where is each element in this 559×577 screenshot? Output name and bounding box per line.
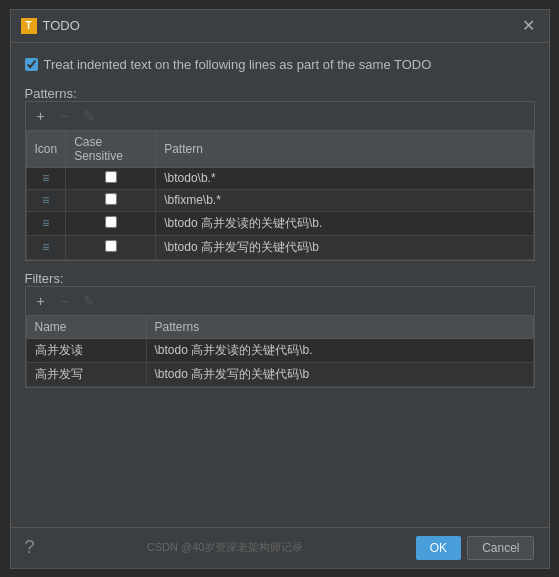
filters-box: + − ✎ Name Patterns 高并发读 \btodo 高并发读的关键代…: [25, 286, 535, 388]
doc-icon: ≡: [39, 216, 53, 230]
filters-col-patterns: Patterns: [146, 315, 533, 338]
patterns-table-row: ≡ \btodo\b.*: [26, 167, 533, 189]
pattern-value-cell: \btodo 高并发写的关键代码\b: [156, 235, 533, 259]
filters-table: Name Patterns 高并发读 \btodo 高并发读的关键代码\b. 高…: [26, 315, 534, 387]
pattern-icon-cell: ≡: [26, 235, 66, 259]
pattern-value-cell: \btodo 高并发读的关键代码\b.: [156, 211, 533, 235]
help-button[interactable]: ?: [25, 537, 35, 558]
pattern-icon-cell: ≡: [26, 167, 66, 189]
patterns-table-row: ≡ \btodo 高并发写的关键代码\b: [26, 235, 533, 259]
filters-add-button[interactable]: +: [30, 290, 52, 312]
filter-pattern-cell: \btodo 高并发读的关键代码\b.: [146, 338, 533, 362]
patterns-label: Patterns:: [25, 86, 535, 101]
doc-icon: ≡: [39, 193, 53, 207]
treat-indented-checkbox-row: Treat indented text on the following lin…: [25, 53, 535, 76]
patterns-col-pattern: Pattern: [156, 130, 533, 167]
patterns-remove-button[interactable]: −: [54, 105, 76, 127]
doc-icon: ≡: [39, 171, 53, 185]
treat-indented-checkbox[interactable]: [25, 58, 38, 71]
todo-dialog: T TODO ✕ Treat indented text on the foll…: [10, 9, 550, 569]
pattern-icon-cell: ≡: [26, 211, 66, 235]
filters-col-name: Name: [26, 315, 146, 338]
filter-name-cell: 高并发读: [26, 338, 146, 362]
patterns-table-row: ≡ \btodo 高并发读的关键代码\b.: [26, 211, 533, 235]
title-bar-left: T TODO: [21, 18, 80, 34]
patterns-table-row: ≡ \bfixme\b.*: [26, 189, 533, 211]
close-button[interactable]: ✕: [518, 16, 539, 36]
pattern-cs-checkbox[interactable]: [105, 171, 117, 183]
cancel-button[interactable]: Cancel: [467, 536, 534, 560]
filters-remove-button[interactable]: −: [54, 290, 76, 312]
title-bar: T TODO ✕: [11, 10, 549, 43]
pattern-cs-cell: [66, 167, 156, 189]
patterns-toolbar: + − ✎: [26, 102, 534, 130]
filter-pattern-cell: \btodo 高并发写的关键代码\b: [146, 362, 533, 386]
pattern-icon-cell: ≡: [26, 189, 66, 211]
patterns-col-icon: Icon: [26, 130, 66, 167]
footer-buttons: OK Cancel: [416, 536, 535, 560]
filters-table-row: 高并发写 \btodo 高并发写的关键代码\b: [26, 362, 533, 386]
filters-toolbar: + − ✎: [26, 287, 534, 315]
dialog-footer: ? CSDN @40岁资深老架构师记录 OK Cancel: [11, 527, 549, 568]
dialog-content: Treat indented text on the following lin…: [11, 43, 549, 527]
filters-label: Filters:: [25, 271, 535, 286]
patterns-add-button[interactable]: +: [30, 105, 52, 127]
pattern-cs-checkbox[interactable]: [105, 216, 117, 228]
filters-section: Filters: + − ✎ Name Patterns 高并发: [25, 269, 535, 388]
pattern-cs-cell: [66, 211, 156, 235]
watermark-text: CSDN @40岁资深老架构师记录: [147, 540, 304, 555]
treat-indented-label: Treat indented text on the following lin…: [44, 57, 432, 72]
ok-button[interactable]: OK: [416, 536, 461, 560]
pattern-cs-checkbox[interactable]: [105, 193, 117, 205]
filters-edit-button[interactable]: ✎: [78, 290, 100, 312]
app-icon: T: [21, 18, 37, 34]
pattern-cs-cell: [66, 189, 156, 211]
patterns-section: Patterns: + − ✎ Icon Case Sensitive Patt…: [25, 84, 535, 261]
filter-name-cell: 高并发写: [26, 362, 146, 386]
doc-icon: ≡: [39, 240, 53, 254]
pattern-cs-checkbox[interactable]: [105, 240, 117, 252]
pattern-value-cell: \btodo\b.*: [156, 167, 533, 189]
patterns-col-case-sensitive: Case Sensitive: [66, 130, 156, 167]
patterns-edit-button[interactable]: ✎: [78, 105, 100, 127]
patterns-table: Icon Case Sensitive Pattern ≡ \btodo\b.*…: [26, 130, 534, 260]
filters-table-row: 高并发读 \btodo 高并发读的关键代码\b.: [26, 338, 533, 362]
pattern-cs-cell: [66, 235, 156, 259]
dialog-title: TODO: [43, 18, 80, 33]
pattern-value-cell: \bfixme\b.*: [156, 189, 533, 211]
patterns-box: + − ✎ Icon Case Sensitive Pattern ≡: [25, 101, 535, 261]
